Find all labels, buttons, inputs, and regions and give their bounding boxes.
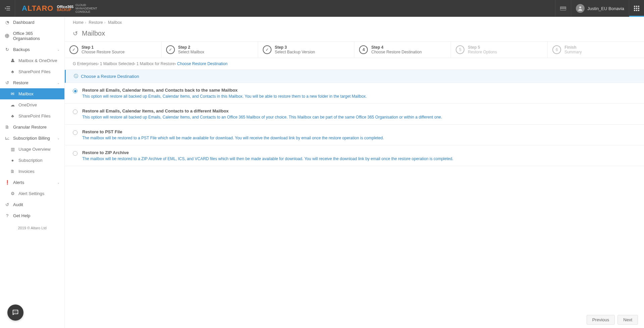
svg-rect-7: [636, 8, 637, 9]
page-title: ↺ Mailbox: [65, 28, 644, 41]
avatar: [576, 4, 585, 13]
option-zip[interactable]: Restore to ZIP ArchiveThe mailbox will b…: [65, 145, 644, 166]
sidebar-item-granular[interactable]: 🗎Granular Restore: [0, 122, 64, 133]
sidebar-item-usage[interactable]: ▥Usage Overview: [0, 144, 64, 155]
wizard-step-3[interactable]: Step 3Select Backup Version: [258, 42, 355, 58]
sidebar-item-subscription[interactable]: ●Subscription: [0, 155, 64, 166]
chevron-down-icon: ⌄: [57, 48, 60, 51]
sidebar-item-alerts[interactable]: ❗Alerts⌄: [0, 177, 64, 188]
restore-options: Restore all Emails, Calendar Items, and …: [65, 83, 644, 312]
undo-icon: ↺: [5, 80, 10, 85]
sidebar-item-invoices[interactable]: 🗎Invoices: [0, 166, 64, 177]
context-org[interactable]: G Enterprises: [73, 61, 97, 66]
breadcrumb-home[interactable]: Home: [73, 20, 84, 25]
radio-icon: [73, 89, 78, 93]
page-title-text: Mailbox: [82, 30, 105, 37]
context-breadcrumb: G Enterprises› 1 Mailbox Selected› 1 Mai…: [65, 58, 644, 70]
sidebar-item-label: Subscription: [18, 158, 43, 163]
option-title: Restore to PST File: [82, 129, 384, 134]
sidebar-item-label: OneDrive: [18, 102, 37, 107]
option-title: Restore all Emails, Calendar Items, and …: [82, 108, 442, 113]
wizard-step-2[interactable]: Step 2Select Mailbox: [161, 42, 258, 58]
svg-point-13: [15, 312, 16, 312]
product-sub1: CLOUD: [76, 3, 97, 7]
svg-rect-1: [560, 8, 566, 8]
sidebar-item-restore-mailbox[interactable]: ✉Mailbox: [0, 88, 64, 99]
svg-rect-4: [636, 6, 637, 7]
sidebar-item-backups-mailbox[interactable]: 👤︎Mailbox & OneDrive: [0, 55, 64, 66]
svg-point-12: [14, 312, 15, 312]
option-different-mailbox[interactable]: Restore all Emails, Calendar Items, and …: [65, 104, 644, 125]
dot-icon: ●: [10, 158, 15, 163]
product-sub2: MANAGEMENT: [76, 7, 97, 10]
chart-icon: 📈︎: [5, 136, 10, 141]
sidebar-item-label: Subscription Billing: [13, 136, 50, 141]
chat-icon: [12, 309, 19, 316]
sidebar-item-restore-onedrive[interactable]: ☁OneDrive: [0, 99, 64, 110]
svg-rect-3: [634, 6, 635, 7]
wizard-step-title: Step 1: [82, 45, 125, 50]
wizard-step-sub: Restore Options: [468, 50, 497, 54]
sidebar-item-label: Mailbox & OneDrive: [18, 58, 57, 63]
chevron-down-icon: ⌄: [57, 136, 60, 140]
apps-grid-icon: [634, 6, 639, 11]
sidebar-item-audit[interactable]: ↺Audit: [0, 199, 64, 210]
header-user-menu[interactable]: Justin_EU Bonavia: [571, 0, 629, 17]
sidebar-item-label: Backups: [13, 47, 30, 52]
sidebar-item-restore[interactable]: ↺Restore⌄: [0, 77, 64, 88]
svg-rect-9: [634, 10, 635, 11]
sidebar: ◔Dashboard 🌐︎Office 365 Organisations ↻B…: [0, 17, 65, 328]
next-button[interactable]: Next: [617, 315, 638, 325]
option-same-mailbox[interactable]: Restore all Emails, Calendar Items, and …: [65, 83, 644, 104]
chat-button[interactable]: [7, 304, 23, 321]
sidebar-item-restore-sharepoint[interactable]: ♣︎SharePoint Files: [0, 110, 64, 122]
wizard-step-title: Finish: [564, 45, 582, 50]
wizard-step-title: Step 5: [468, 45, 497, 50]
context-current: Choose Restore Destination: [177, 61, 228, 66]
top-bar: ALTARO Office365 BACKUP CLOUD MANAGEMENT…: [0, 0, 644, 17]
sidebar-item-label: Audit: [13, 202, 23, 207]
previous-button[interactable]: Previous: [587, 315, 615, 325]
svg-rect-8: [638, 8, 639, 9]
main-content: Home› Restore› Mailbox ↺ Mailbox Step 1C…: [65, 17, 644, 328]
option-desc: The mailbox will be restored to a PST Fi…: [82, 136, 384, 140]
check-icon: [263, 45, 271, 54]
user-name: Justin_EU Bonavia: [587, 6, 624, 11]
radio-icon: [73, 130, 78, 135]
menu-toggle-button[interactable]: [0, 0, 15, 17]
option-pst[interactable]: Restore to PST FileThe mailbox will be r…: [65, 125, 644, 145]
option-desc: The mailbox will be restored to a ZIP Ar…: [82, 156, 453, 161]
menu-collapse-icon: [5, 6, 10, 11]
breadcrumb-restore[interactable]: Restore: [89, 20, 103, 25]
sidebar-item-alert-settings[interactable]: ⚙Alert Settings: [0, 188, 64, 199]
chevron-down-icon: ⌄: [57, 181, 60, 184]
header-wallet-button[interactable]: [555, 0, 571, 17]
sitemap-icon: ♣︎: [10, 69, 15, 74]
sidebar-item-help[interactable]: ?Get Help: [0, 210, 64, 221]
chevron-down-icon: ⌄: [57, 81, 60, 85]
sidebar-footer: 2019 © Altaro Ltd: [0, 221, 64, 235]
sidebar-item-billing[interactable]: 📈︎Subscription Billing⌄: [0, 133, 64, 144]
context-selected[interactable]: 1 Mailbox Selected: [100, 61, 134, 66]
header-apps-button[interactable]: [629, 0, 644, 17]
svg-point-2: [579, 6, 581, 8]
sidebar-item-label: Mailbox: [18, 91, 34, 96]
sidebar-item-backups[interactable]: ↻Backups⌄: [0, 44, 64, 55]
wizard-step-4[interactable]: 4Step 4Choose Restore Destination: [354, 42, 451, 58]
sidebar-item-label: Invoices: [18, 169, 35, 174]
wizard-step-sub: Choose Restore Source: [82, 50, 125, 54]
wizard-step-title: Step 3: [275, 45, 315, 50]
sidebar-item-dashboard[interactable]: ◔Dashboard: [0, 17, 64, 28]
sidebar-item-label: Alerts: [13, 180, 24, 185]
refresh-icon: ↻: [5, 47, 10, 52]
wizard-step-sub: Choose Restore Destination: [371, 50, 422, 54]
sidebar-item-backups-sharepoint[interactable]: ♣︎SharePoint Files: [0, 66, 64, 77]
context-for-restore[interactable]: 1 Mailbox for Restore: [136, 61, 175, 66]
step-number: 5: [456, 45, 464, 54]
wizard-step-6: 6FinishSummary: [548, 42, 644, 58]
brand-text: ALTARO: [22, 4, 53, 13]
svg-rect-11: [638, 10, 639, 11]
wizard-step-1[interactable]: Step 1Choose Restore Source: [65, 42, 161, 58]
breadcrumb: Home› Restore› Mailbox: [65, 17, 644, 28]
sidebar-item-organisations[interactable]: 🌐︎Office 365 Organisations: [0, 28, 64, 44]
